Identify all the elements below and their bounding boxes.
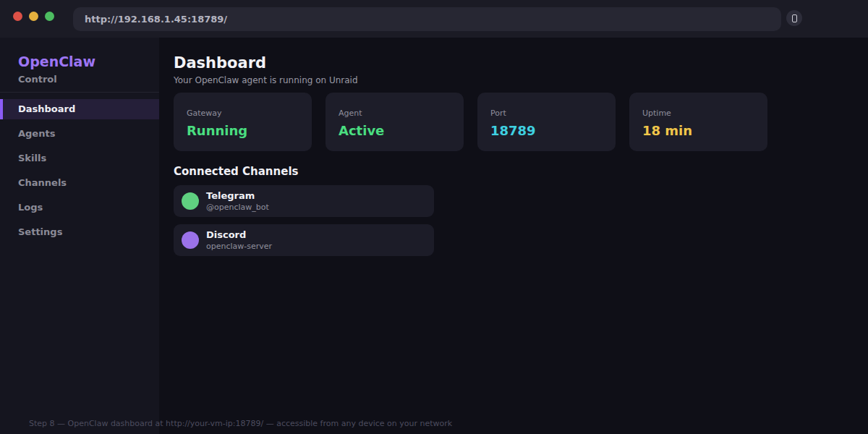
stat-value: 18789 <box>490 123 616 138</box>
sidebar-item-channels[interactable]: Channels <box>0 173 159 193</box>
stat-value: 18 min <box>642 123 767 138</box>
brand-subtitle: Control <box>18 75 159 85</box>
stats-row: Gateway Running Agent Active Port 18789 … <box>174 93 868 151</box>
page-subtitle: Your OpenClaw agent is running on Unraid <box>174 75 868 85</box>
browser-menu-icon <box>792 14 797 22</box>
stat-card-port: Port 18789 <box>477 93 616 151</box>
sidebar-item-dashboard[interactable]: Dashboard <box>0 99 159 119</box>
sidebar-item-logs[interactable]: Logs <box>0 197 159 218</box>
brand-logo: OpenClaw <box>18 54 159 69</box>
window-controls <box>13 12 54 21</box>
close-window-button[interactable] <box>13 12 22 21</box>
stat-label: Uptime <box>642 109 767 118</box>
page-title: Dashboard <box>174 54 868 72</box>
sidebar: OpenClaw Control Dashboard Agents Skills… <box>0 38 159 434</box>
sidebar-nav: Dashboard Agents Skills Channels Logs Se… <box>0 99 159 242</box>
maximize-window-button[interactable] <box>45 12 54 21</box>
browser-top-bar <box>0 0 868 38</box>
stat-card-uptime: Uptime 18 min <box>629 93 767 151</box>
sidebar-divider <box>0 92 159 93</box>
stat-value: Running <box>187 123 312 138</box>
channel-row-telegram[interactable]: Telegram @openclaw_bot <box>174 185 434 217</box>
main-content: Dashboard Your OpenClaw agent is running… <box>159 38 868 434</box>
sidebar-item-skills[interactable]: Skills <box>0 148 159 169</box>
stat-value: Active <box>339 123 464 138</box>
browser-menu-button[interactable] <box>786 10 802 26</box>
channel-name: Discord <box>206 229 272 240</box>
channel-status-dot <box>182 231 199 249</box>
channel-row-discord[interactable]: Discord openclaw-server <box>174 224 434 256</box>
channel-name: Telegram <box>206 190 269 201</box>
stat-card-gateway: Gateway Running <box>174 93 312 151</box>
stat-label: Port <box>490 109 616 118</box>
url-input[interactable] <box>73 7 781 31</box>
minimize-window-button[interactable] <box>29 12 38 21</box>
connected-channels-heading: Connected Channels <box>174 166 868 178</box>
sidebar-item-settings[interactable]: Settings <box>0 222 159 242</box>
stat-card-agent: Agent Active <box>326 93 464 151</box>
channel-status-dot <box>182 192 199 210</box>
sidebar-item-agents[interactable]: Agents <box>0 124 159 144</box>
step-caption: Step 8 — OpenClaw dashboard at http://yo… <box>29 419 452 428</box>
stat-label: Agent <box>339 109 464 118</box>
channel-detail: openclaw-server <box>206 242 272 251</box>
stat-label: Gateway <box>187 109 312 118</box>
channel-detail: @openclaw_bot <box>206 203 269 212</box>
